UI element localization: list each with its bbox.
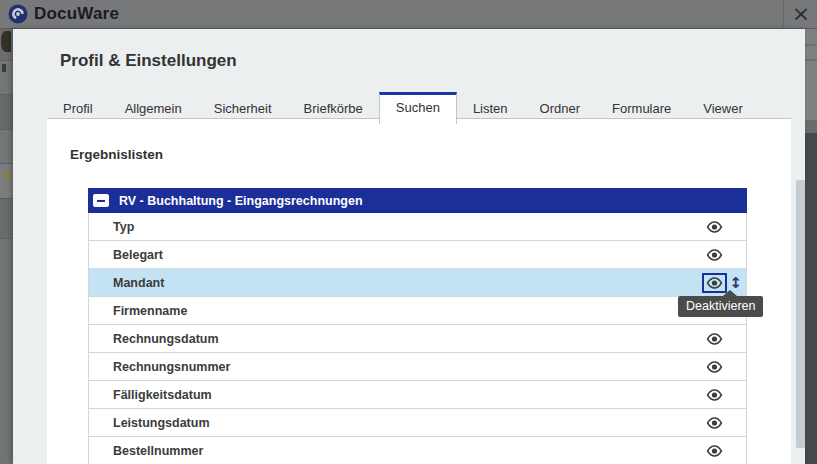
result-list-table: RV - Buchhaltung - Eingangsrechnungen Ty… [88,188,747,464]
screen: DocuWare × Profil & Einstellungen Profil… [0,0,817,464]
visibility-eye-icon[interactable] [706,249,723,261]
visibility-eye-icon[interactable] [706,445,723,457]
header-divider [783,0,784,28]
docuware-logo-icon [8,4,28,24]
tab-sicherheit[interactable]: Sicherheit [198,94,288,124]
dimmed-sidebar [0,29,13,464]
tab-listen[interactable]: Listen [457,94,524,124]
tab-ordner[interactable]: Ordner [524,94,596,124]
table-row-firmenname[interactable]: Firmenname [88,297,747,325]
visibility-eye-icon[interactable] [706,333,723,345]
visibility-eye-icon[interactable] [706,417,723,429]
visibility-eye-icon[interactable] [706,389,723,401]
tab-bar: Profil Allgemein Sicherheit Briefkörbe S… [47,92,759,124]
table-row-mandant[interactable]: Mandant ↕ [88,269,747,297]
table-row-leistungsdatum[interactable]: Leistungsdatum [88,409,747,437]
tab-formulare[interactable]: Formulare [596,94,687,124]
tab-profil[interactable]: Profil [47,94,109,124]
settings-dialog: Profil & Einstellungen Profil Allgemein … [13,29,805,464]
table-row-rechnungsnummer[interactable]: Rechnungsnummer [88,353,747,381]
dimmed-background [805,29,817,464]
tab-content: Ergebnislisten RV - Buchhaltung - Eingan… [47,118,791,464]
move-vertical-icon[interactable]: ↕ [729,275,742,290]
collapse-minus-icon[interactable] [93,194,109,207]
table-row-rechnungsdatum[interactable]: Rechnungsdatum [88,325,747,353]
result-list-header[interactable]: RV - Buchhaltung - Eingangsrechnungen [88,188,747,213]
tab-viewer[interactable]: Viewer [687,94,759,124]
visibility-eye-icon[interactable] [706,361,723,373]
scrollbar-thumb[interactable] [796,180,805,448]
tab-suchen[interactable]: Suchen [379,92,457,124]
tab-briefkoerbe[interactable]: Briefkörbe [288,94,379,124]
dimmed-sidebar-icon [1,31,11,52]
dialog-title: Profil & Einstellungen [60,51,237,71]
table-row-faelligkeitsdatum[interactable]: Fälligkeitsdatum [88,381,747,409]
table-row-belegart[interactable]: Belegart [88,241,747,269]
brand-title: DocuWare [34,4,119,24]
tab-allgemein[interactable]: Allgemein [109,94,198,124]
app-header: DocuWare × [0,0,817,29]
tooltip-deaktivieren: Deaktivieren [678,296,763,317]
result-list-title: RV - Buchhaltung - Eingangsrechnungen [119,194,363,208]
section-title: Ergebnislisten [70,147,163,162]
table-row-typ[interactable]: Typ [88,213,747,241]
close-icon[interactable]: × [787,0,815,28]
table-row-bestellnummer[interactable]: Bestellnummer [88,437,747,464]
visibility-eye-icon[interactable] [706,221,723,233]
